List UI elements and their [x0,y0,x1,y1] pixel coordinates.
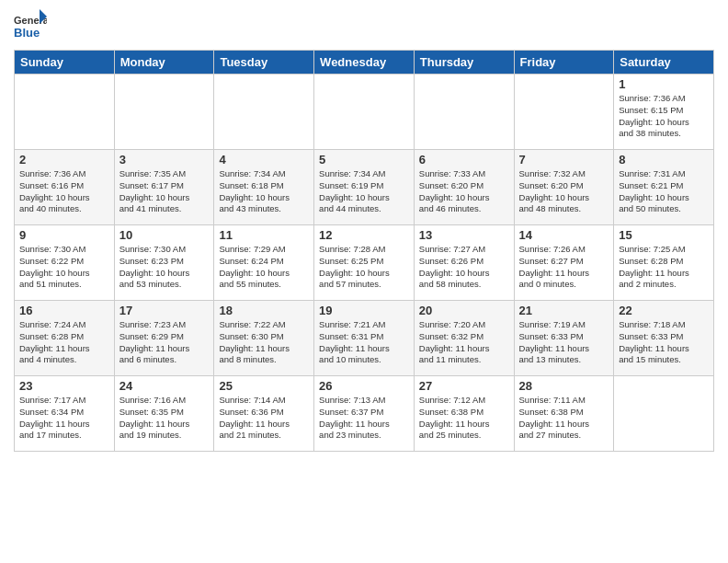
day-info: Sunrise: 7:30 AM Sunset: 6:23 PM Dayligh… [119,244,210,291]
day-number: 2 [19,153,109,167]
day-info: Sunrise: 7:34 AM Sunset: 6:19 PM Dayligh… [319,168,409,215]
day-info: Sunrise: 7:12 AM Sunset: 6:38 PM Dayligh… [419,395,509,442]
day-info: Sunrise: 7:13 AM Sunset: 6:37 PM Dayligh… [319,395,409,442]
logo-graphic: General Blue [14,9,47,42]
day-number: 6 [419,153,509,167]
day-number: 19 [319,304,409,317]
calendar-week: 2Sunrise: 7:36 AM Sunset: 6:16 PM Daylig… [15,150,714,225]
calendar-cell [514,75,614,150]
day-number: 8 [619,153,709,167]
dow-header: Thursday [414,51,514,75]
calendar-cell: 28Sunrise: 7:11 AM Sunset: 6:38 PM Dayli… [514,376,614,452]
calendar-cell: 8Sunrise: 7:31 AM Sunset: 6:21 PM Daylig… [614,150,714,225]
day-info: Sunrise: 7:31 AM Sunset: 6:21 PM Dayligh… [619,168,709,215]
calendar-cell: 24Sunrise: 7:16 AM Sunset: 6:35 PM Dayli… [114,376,214,452]
calendar-week: 16Sunrise: 7:24 AM Sunset: 6:28 PM Dayli… [15,301,714,376]
day-number: 4 [219,153,309,167]
day-number: 17 [119,304,210,317]
day-number: 22 [619,304,709,317]
day-info: Sunrise: 7:19 AM Sunset: 6:33 PM Dayligh… [519,319,609,366]
day-info: Sunrise: 7:24 AM Sunset: 6:28 PM Dayligh… [19,319,109,366]
calendar-cell: 23Sunrise: 7:17 AM Sunset: 6:34 PM Dayli… [15,376,115,452]
dow-header: Monday [114,51,214,75]
day-number: 3 [119,153,210,167]
calendar-cell: 26Sunrise: 7:13 AM Sunset: 6:37 PM Dayli… [314,376,415,452]
day-info: Sunrise: 7:30 AM Sunset: 6:22 PM Dayligh… [19,244,109,291]
day-number: 21 [519,304,609,317]
day-info: Sunrise: 7:34 AM Sunset: 6:18 PM Dayligh… [219,168,309,215]
calendar-cell: 14Sunrise: 7:26 AM Sunset: 6:27 PM Dayli… [514,225,614,301]
calendar-cell: 12Sunrise: 7:28 AM Sunset: 6:25 PM Dayli… [314,225,415,301]
calendar-week: 1Sunrise: 7:36 AM Sunset: 6:15 PM Daylig… [15,75,714,150]
dow-header: Sunday [15,51,115,75]
calendar-body: 1Sunrise: 7:36 AM Sunset: 6:15 PM Daylig… [15,75,714,452]
header: General Blue [14,9,714,42]
day-number: 23 [19,379,109,393]
day-info: Sunrise: 7:11 AM Sunset: 6:38 PM Dayligh… [519,395,609,442]
day-info: Sunrise: 7:35 AM Sunset: 6:17 PM Dayligh… [119,168,210,215]
day-info: Sunrise: 7:16 AM Sunset: 6:35 PM Dayligh… [119,395,210,442]
calendar-cell [15,75,115,150]
calendar-cell: 2Sunrise: 7:36 AM Sunset: 6:16 PM Daylig… [15,150,115,225]
days-of-week-row: SundayMondayTuesdayWednesdayThursdayFrid… [15,51,714,75]
day-info: Sunrise: 7:33 AM Sunset: 6:20 PM Dayligh… [419,168,509,215]
day-number: 28 [519,379,609,393]
calendar-cell: 10Sunrise: 7:30 AM Sunset: 6:23 PM Dayli… [114,225,214,301]
calendar-cell: 11Sunrise: 7:29 AM Sunset: 6:24 PM Dayli… [214,225,314,301]
calendar-cell [214,75,314,150]
day-info: Sunrise: 7:20 AM Sunset: 6:32 PM Dayligh… [419,319,509,366]
day-info: Sunrise: 7:27 AM Sunset: 6:26 PM Dayligh… [419,244,509,291]
svg-text:Blue: Blue [14,26,40,40]
calendar-cell: 4Sunrise: 7:34 AM Sunset: 6:18 PM Daylig… [214,150,314,225]
day-number: 10 [119,228,210,242]
calendar-cell: 27Sunrise: 7:12 AM Sunset: 6:38 PM Dayli… [414,376,514,452]
calendar-cell: 5Sunrise: 7:34 AM Sunset: 6:19 PM Daylig… [314,150,415,225]
calendar: SundayMondayTuesdayWednesdayThursdayFrid… [14,50,714,452]
calendar-cell: 1Sunrise: 7:36 AM Sunset: 6:15 PM Daylig… [614,75,714,150]
day-info: Sunrise: 7:25 AM Sunset: 6:28 PM Dayligh… [619,244,709,291]
page-container: General Blue SundayMondayTuesdayWednesda… [0,0,728,461]
day-info: Sunrise: 7:28 AM Sunset: 6:25 PM Dayligh… [319,244,409,291]
day-info: Sunrise: 7:29 AM Sunset: 6:24 PM Dayligh… [219,244,309,291]
day-number: 27 [419,379,509,393]
day-number: 12 [319,228,409,242]
day-info: Sunrise: 7:22 AM Sunset: 6:30 PM Dayligh… [219,319,309,366]
day-info: Sunrise: 7:36 AM Sunset: 6:15 PM Dayligh… [619,93,709,140]
calendar-cell: 6Sunrise: 7:33 AM Sunset: 6:20 PM Daylig… [414,150,514,225]
calendar-cell [614,376,714,452]
calendar-cell: 19Sunrise: 7:21 AM Sunset: 6:31 PM Dayli… [314,301,415,376]
dow-header: Friday [514,51,614,75]
calendar-cell: 3Sunrise: 7:35 AM Sunset: 6:17 PM Daylig… [114,150,214,225]
day-info: Sunrise: 7:36 AM Sunset: 6:16 PM Dayligh… [19,168,109,215]
day-number: 15 [619,228,709,242]
day-number: 5 [319,153,409,167]
day-number: 13 [419,228,509,242]
day-number: 11 [219,228,309,242]
calendar-cell: 18Sunrise: 7:22 AM Sunset: 6:30 PM Dayli… [214,301,314,376]
day-info: Sunrise: 7:32 AM Sunset: 6:20 PM Dayligh… [519,168,609,215]
day-number: 14 [519,228,609,242]
calendar-cell: 22Sunrise: 7:18 AM Sunset: 6:33 PM Dayli… [614,301,714,376]
day-number: 26 [319,379,409,393]
dow-header: Wednesday [314,51,415,75]
day-info: Sunrise: 7:26 AM Sunset: 6:27 PM Dayligh… [519,244,609,291]
logo: General Blue [14,9,47,42]
day-number: 24 [119,379,210,393]
dow-header: Saturday [614,51,714,75]
calendar-cell: 17Sunrise: 7:23 AM Sunset: 6:29 PM Dayli… [114,301,214,376]
dow-header: Tuesday [214,51,314,75]
day-info: Sunrise: 7:21 AM Sunset: 6:31 PM Dayligh… [319,319,409,366]
calendar-cell: 7Sunrise: 7:32 AM Sunset: 6:20 PM Daylig… [514,150,614,225]
day-number: 18 [219,304,309,317]
day-info: Sunrise: 7:14 AM Sunset: 6:36 PM Dayligh… [219,395,309,442]
day-info: Sunrise: 7:23 AM Sunset: 6:29 PM Dayligh… [119,319,210,366]
calendar-cell: 21Sunrise: 7:19 AM Sunset: 6:33 PM Dayli… [514,301,614,376]
day-info: Sunrise: 7:17 AM Sunset: 6:34 PM Dayligh… [19,395,109,442]
calendar-cell: 20Sunrise: 7:20 AM Sunset: 6:32 PM Dayli… [414,301,514,376]
day-number: 20 [419,304,509,317]
day-number: 9 [19,228,109,242]
day-number: 7 [519,153,609,167]
calendar-cell: 25Sunrise: 7:14 AM Sunset: 6:36 PM Dayli… [214,376,314,452]
day-info: Sunrise: 7:18 AM Sunset: 6:33 PM Dayligh… [619,319,709,366]
calendar-week: 23Sunrise: 7:17 AM Sunset: 6:34 PM Dayli… [15,376,714,452]
